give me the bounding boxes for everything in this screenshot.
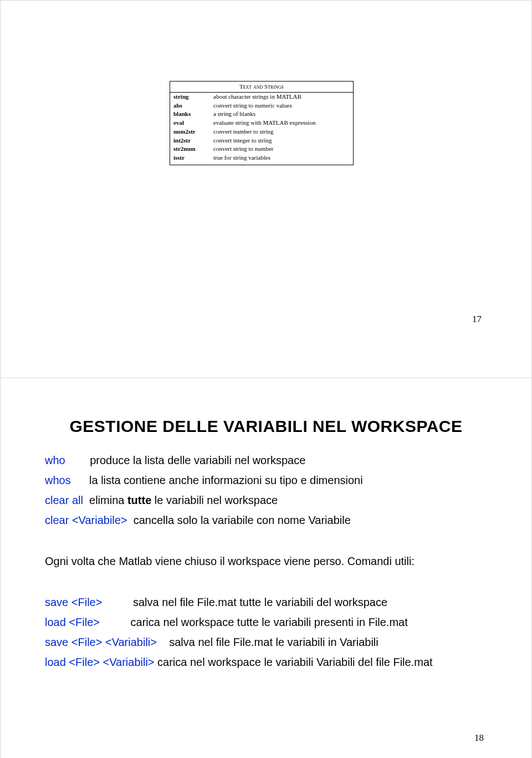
cmd-cell: str2num (173, 145, 213, 154)
table-row: abs convert string to numeric values (170, 101, 353, 110)
desc-cell: convert integer to string (213, 136, 350, 145)
desc-cell: a string of blanks (213, 110, 350, 119)
desc-cell: true for string variables (213, 154, 350, 162)
cmd-line-whos: whos la lista contiene anche informazion… (45, 470, 498, 490)
cmd-line-load-vars: load <File> <Variabili> carica nel works… (45, 652, 498, 672)
cmd-who: who (45, 454, 65, 466)
cmd-cell: isstr (173, 154, 213, 162)
cmd-line-clear-var: clear <Variabile> cancella solo la varia… (45, 510, 498, 530)
page-number: 18 (474, 732, 484, 744)
slide-body: who produce la lista delle variabili nel… (45, 450, 498, 672)
slide-18: GESTIONE DELLE VARIABILI NEL WORKSPACE w… (1, 378, 531, 758)
desc-cell: evaluate string with MATLAB expression (213, 119, 350, 128)
cmd-save: save <File> (45, 596, 102, 608)
text-strings-table: Text and Strings string about character … (170, 81, 354, 165)
table-row: num2str convert number to string (170, 128, 353, 136)
cmd-load-vars: load <File> <Variabili> (45, 656, 155, 668)
desc-cell: convert number to string (213, 128, 350, 136)
desc-whos: la lista contiene anche informazioni su … (89, 474, 363, 486)
cmd-line-clear-all: clear all elimina tutte le variabili nel… (45, 490, 498, 510)
table-title: Text and Strings (170, 82, 353, 93)
slide-17: Text and Strings string about character … (1, 1, 531, 378)
cmd-clear-var: clear <Variabile> (45, 514, 127, 526)
cmd-cell: blanks (173, 110, 213, 119)
table-row: isstr true for string variables (170, 154, 353, 165)
table-row: string about character strings in MATLAB (170, 93, 353, 101)
table-row: eval evaluate string with MATLAB express… (170, 119, 353, 128)
desc-save-vars: salva nel file File.mat le variabili in … (157, 636, 378, 648)
desc-cell: about character strings in MATLAB (213, 93, 350, 101)
desc-load-vars: carica nel workspace le variabili Variab… (155, 656, 433, 668)
cmd-cell: int2str (173, 136, 213, 145)
desc-save: salva nel file File.mat tutte le variabi… (102, 596, 387, 608)
slide-title: GESTIONE DELLE VARIABILI NEL WORKSPACE (1, 417, 531, 436)
cmd-line-who: who produce la lista delle variabili nel… (45, 450, 498, 470)
table-row: int2str convert integer to string (170, 136, 353, 145)
paragraph: Ogni volta che Matlab viene chiuso il wo… (45, 551, 498, 571)
cmd-line-load: load <File> carica nel workspace tutte l… (45, 612, 498, 632)
table-row: str2num convert string to number (170, 145, 353, 154)
cmd-cell: num2str (173, 128, 213, 136)
cmd-line-save-vars: save <File> <Variabili> salva nel file F… (45, 632, 498, 652)
cmd-save-vars: save <File> <Variabili> (45, 636, 157, 648)
cmd-cell: string (173, 93, 213, 101)
desc-who: produce la lista delle variabili nel wor… (90, 454, 305, 466)
document-page: Text and Strings string about character … (0, 0, 532, 758)
page-number: 17 (472, 314, 482, 325)
cmd-load: load <File> (45, 616, 100, 628)
cmd-whos: whos (45, 474, 71, 486)
cmd-line-save: save <File> salva nel file File.mat tutt… (45, 592, 498, 612)
cmd-clear-all: clear all (45, 494, 83, 506)
desc-clearall-pre: elimina (83, 494, 127, 506)
desc-clearall-bold: tutte (127, 494, 151, 506)
table-row: blanks a string of blanks (170, 110, 353, 119)
desc-load: carica nel workspace tutte le variabili … (100, 616, 408, 628)
desc-clearall-post: le variabili nel workspace (151, 494, 278, 506)
desc-clearvar: cancella solo la variabile con nome Vari… (127, 514, 351, 526)
desc-cell: convert string to number (213, 145, 350, 154)
cmd-cell: abs (173, 101, 213, 110)
cmd-cell: eval (173, 119, 213, 128)
desc-cell: convert string to numeric values (213, 101, 350, 110)
